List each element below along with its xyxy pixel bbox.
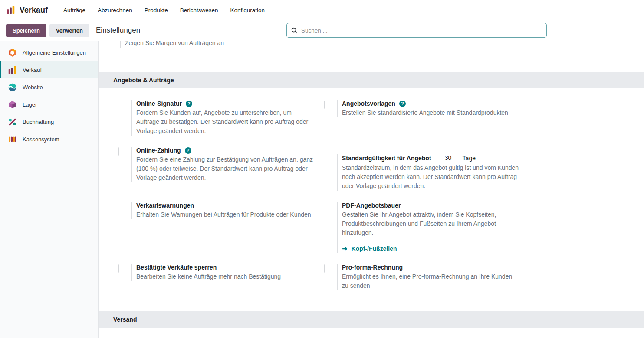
setting-description: Standardzeitraum, in dem das Angebot gül… bbox=[342, 163, 519, 191]
setting-description: Gestalten Sie Ihr Angebot attraktiv, ind… bbox=[342, 210, 519, 237]
setting-online-signatur: Online-Signatur Fordern Sie Kunden auf, … bbox=[118, 100, 321, 136]
validity-unit-label: Tage bbox=[463, 155, 476, 162]
sidebar-item-website[interactable]: Website bbox=[0, 78, 98, 96]
menu-produkte[interactable]: Produkte bbox=[138, 4, 174, 16]
sales-app-logo-icon[interactable] bbox=[6, 5, 16, 15]
accounting-icon bbox=[8, 117, 17, 127]
section-title: Angebote & Aufträge bbox=[113, 77, 174, 84]
sidebar-item-label: Allgemeine Einstellungen bbox=[23, 49, 86, 56]
help-icon[interactable] bbox=[399, 101, 406, 107]
arrow-right-icon: ➜ bbox=[342, 245, 348, 253]
help-icon[interactable] bbox=[185, 147, 191, 154]
verkaeufe-sperren-checkbox[interactable] bbox=[118, 264, 119, 273]
sidebar-item-label: Buchhaltung bbox=[23, 119, 54, 125]
sidebar-item-label: Kassensystem bbox=[23, 136, 59, 143]
settings-grid: Online-Signatur Fordern Sie Kunden auf, … bbox=[99, 88, 644, 303]
link-label[interactable]: Kopf-/Fußzeilen bbox=[352, 245, 397, 252]
setting-label[interactable]: Online-Signatur bbox=[136, 100, 182, 107]
sidebar-item-label: Website bbox=[23, 84, 43, 91]
website-icon bbox=[8, 83, 17, 92]
sidebar-item-verkauf[interactable]: Verkauf bbox=[0, 61, 98, 78]
setting-description: Ermöglicht es Ihnen, eine Pro-forma-Rech… bbox=[342, 272, 519, 290]
partial-setting-margen: Zeigen Sie Margen von Aufträgen an bbox=[120, 41, 644, 48]
setting-description: Bearbeiten Sie keine Aufträge mehr nach … bbox=[136, 272, 314, 281]
setting-description: Fordern Sie Kunden auf, Angebote zu unte… bbox=[136, 108, 314, 136]
settings-content: Zeigen Sie Margen von Aufträgen an Angeb… bbox=[99, 41, 644, 338]
menu-berichtswesen[interactable]: Berichtswesen bbox=[174, 4, 224, 16]
setting-proforma-rechnung: Pro-forma-Rechnung Ermöglicht es Ihnen, … bbox=[324, 264, 529, 290]
setting-pdf-angebotsbauer: PDF-Angebotsbauer Gestalten Sie Ihr Ange… bbox=[324, 202, 529, 253]
section-header-versand: Versand bbox=[99, 311, 644, 328]
setting-label: Standardgültigkeit für Angebot bbox=[342, 155, 431, 162]
setting-standardgueltigkeit: Standardgültigkeit für Angebot Tage Stan… bbox=[324, 147, 529, 191]
top-nav-bar: Verkauf Aufträge Abzurechnen Produkte Be… bbox=[0, 0, 644, 20]
setting-angebotsvorlagen: Angebotsvorlagen Erstellen Sie standardi… bbox=[324, 100, 529, 117]
online-zahlung-checkbox[interactable] bbox=[118, 147, 119, 156]
sidebar-item-buchhaltung[interactable]: Buchhaltung bbox=[0, 113, 98, 130]
sidebar-item-label: Lager bbox=[23, 101, 37, 108]
setting-label[interactable]: Pro-forma-Rechnung bbox=[342, 264, 403, 271]
partial-setting-desc: Zeigen Sie Margen von Aufträgen an bbox=[121, 41, 224, 48]
sidebar-item-kassensystem[interactable]: Kassensystem bbox=[0, 130, 98, 148]
section-header-angebote-auftraege: Angebote & Aufträge bbox=[99, 72, 644, 88]
menu-auftraege[interactable]: Aufträge bbox=[57, 4, 92, 16]
setting-verkaufswarnungen: Verkaufswarnungen Erhalten Sie Warnungen… bbox=[118, 202, 321, 219]
pos-icon bbox=[8, 135, 17, 144]
menu-konfiguration[interactable]: Konfiguration bbox=[224, 4, 271, 16]
proforma-checkbox[interactable] bbox=[324, 264, 325, 273]
general-settings-icon bbox=[8, 48, 17, 57]
setting-label[interactable]: Verkaufswarnungen bbox=[136, 202, 194, 209]
main-area: Allgemeine Einstellungen Verkauf Websi bbox=[0, 41, 644, 338]
inventory-icon bbox=[8, 100, 17, 109]
angebotsvorlagen-checkbox[interactable] bbox=[324, 101, 325, 109]
settings-sidebar: Allgemeine Einstellungen Verkauf Websi bbox=[0, 41, 99, 338]
setting-label[interactable]: PDF-Angebotsbauer bbox=[342, 202, 401, 209]
search-icon bbox=[291, 27, 298, 34]
setting-label[interactable]: Online-Zahlung bbox=[136, 147, 181, 154]
setting-description: Erhalten Sie Warnungen bei Aufträgen für… bbox=[136, 210, 314, 219]
sales-icon bbox=[8, 65, 17, 75]
sidebar-item-label: Verkauf bbox=[23, 67, 42, 73]
section-title: Versand bbox=[113, 316, 137, 323]
setting-online-zahlung: Online-Zahlung Fordern Sie eine Zahlung … bbox=[118, 147, 321, 182]
search-input[interactable] bbox=[301, 27, 542, 34]
app-name[interactable]: Verkauf bbox=[20, 6, 48, 15]
setting-description: Erstellen Sie standardisierte Angebote m… bbox=[342, 108, 519, 117]
setting-bestaetigte-verkaeufe-sperren: Bestätigte Verkäufe sperren Bearbeiten S… bbox=[118, 264, 321, 281]
control-panel: Speichern Verwerfen Einstellungen bbox=[0, 20, 644, 41]
search-box[interactable] bbox=[286, 23, 547, 38]
help-icon[interactable] bbox=[186, 101, 192, 107]
setting-description: Fordern Sie eine Zahlung zur Bestätigung… bbox=[136, 155, 314, 182]
sidebar-item-lager[interactable]: Lager bbox=[0, 96, 98, 113]
breadcrumb: Einstellungen bbox=[96, 26, 140, 35]
menu-abzurechnen[interactable]: Abzurechnen bbox=[92, 4, 138, 16]
validity-days-input[interactable] bbox=[440, 154, 456, 162]
setting-label[interactable]: Bestätigte Verkäufe sperren bbox=[136, 264, 217, 271]
kopf-fusszeilen-link[interactable]: ➜ Kopf-/Fußzeilen bbox=[342, 245, 519, 253]
save-button[interactable]: Speichern bbox=[6, 24, 46, 37]
setting-label[interactable]: Angebotsvorlagen bbox=[342, 100, 395, 107]
discard-button[interactable]: Verwerfen bbox=[49, 24, 89, 37]
sidebar-item-allgemeine-einstellungen[interactable]: Allgemeine Einstellungen bbox=[0, 44, 98, 61]
